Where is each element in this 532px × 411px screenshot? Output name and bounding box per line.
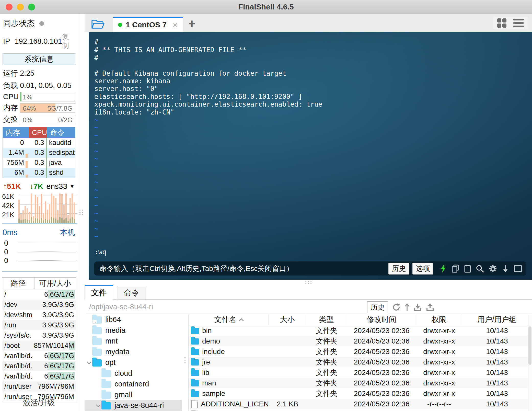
file-col-header[interactable]: 文件名 (189, 314, 269, 325)
disk-col-header[interactable]: 路径 (2, 278, 34, 289)
file-col-header[interactable]: 类型 (306, 314, 347, 325)
add-tab-button[interactable]: + (188, 18, 195, 30)
net-bar (57, 210, 59, 223)
disk-row[interactable]: /dev3.9G/3.9G (2, 300, 76, 310)
close-tab-icon[interactable]: × (173, 20, 178, 30)
file-row[interactable]: jre文件夹2024/05/23 02:36drwxr-xr-x10/143 (189, 357, 532, 367)
download-icon[interactable] (502, 265, 509, 273)
tree-item-cloud[interactable]: cloud (85, 368, 182, 379)
process-mem-cell: 1.4M (3, 148, 29, 158)
file-row[interactable]: sample文件夹2024/05/23 02:36drwxr-xr-x10/14… (189, 388, 532, 399)
disk-row[interactable]: /dev/shm3.9G/3.9G (2, 310, 76, 320)
interface-selector[interactable]: ens33 ▼ (46, 182, 75, 191)
chevron-down-icon[interactable] (85, 361, 92, 364)
search-icon[interactable] (476, 265, 484, 273)
disk-col-header[interactable]: 可用/大小 (34, 278, 76, 289)
file-table-scrollbar[interactable] (528, 314, 532, 411)
tree-item-mnt[interactable]: mnt (85, 336, 182, 346)
up-arrow-icon[interactable] (404, 303, 410, 311)
file-table-header: 文件名大小类型修改时间权限用户/用户组 (189, 314, 532, 325)
file-col-header[interactable]: 大小 (269, 314, 306, 325)
tab-commands[interactable]: 命令 (117, 287, 146, 299)
disk-row[interactable]: /var/lib/d...6.6G/17G (2, 351, 76, 361)
current-path[interactable]: /opt/java-se-8u44-ri (89, 303, 153, 311)
scrollbar-thumb[interactable] (528, 326, 531, 365)
disk-row[interactable]: /boot857M/1014M (2, 340, 76, 351)
file-cell: 10/143 (462, 336, 532, 346)
tab-files[interactable]: 文件 (85, 285, 113, 300)
download-file-icon[interactable] (414, 303, 422, 311)
lightning-icon[interactable] (440, 265, 447, 273)
process-row[interactable]: 6M0.3sshd (3, 168, 75, 178)
disk-row[interactable]: /var/lib/d...6.6G/17G (2, 361, 76, 371)
tree-item-java-se-8u44-ri[interactable]: java-se-8u44-ri (85, 400, 182, 411)
copy-ip-button[interactable]: 复制 (62, 32, 74, 50)
file-row[interactable] (189, 409, 532, 411)
file-row[interactable]: lib文件夹2024/05/23 02:36drwxr-xr-x10/143 (189, 367, 532, 378)
grid-view-icon[interactable] (497, 18, 506, 28)
folder-icon (92, 349, 102, 356)
folder-icon (92, 338, 102, 345)
file-row[interactable]: man文件夹2024/05/23 02:36drwxr-xr-x10/143 (189, 378, 532, 388)
upload-file-icon[interactable] (426, 303, 434, 311)
disk-row[interactable]: /run/user...796M/796M (2, 381, 76, 392)
path-history-button[interactable]: 历史 (367, 301, 388, 313)
copy-icon[interactable] (451, 265, 459, 273)
file-row[interactable]: bin文件夹2024/05/23 02:36drwxr-xr-x10/143 (189, 325, 532, 336)
command-input-bar[interactable]: 命令输入（双击Ctrl切换,Alt历史,Tab路径/命令,Esc关闭窗口） 历史… (94, 261, 526, 276)
tree-item-media[interactable]: media (85, 325, 182, 336)
open-connections-button[interactable] (89, 17, 107, 32)
process-row[interactable]: 00.3kauditd (3, 138, 75, 148)
history-button[interactable]: 历史 (388, 263, 409, 275)
terminal[interactable]: ## ** THIS IS AN AUTO-GENERATED FILE **#… (89, 32, 532, 280)
file-cell: 2024/05/23 02:36 (347, 357, 416, 367)
file-row[interactable]: demo文件夹2024/05/23 02:36drwxr-xr-x10/143 (189, 336, 532, 346)
download-bar (67, 221, 69, 223)
system-info-button[interactable]: 系统信息 (3, 53, 75, 65)
process-row[interactable]: 756M0.3java (3, 158, 75, 168)
sidebar-splitter[interactable] (78, 14, 85, 411)
path-bar[interactable]: /opt/java-se-8u44-ri 历史 (85, 300, 532, 314)
disk-size: 6.6G/17G (32, 361, 76, 371)
tree-splitter[interactable] (182, 314, 188, 411)
terminal-line: xpack.monitoring.ui.container.elasticsea… (94, 100, 532, 108)
file-col-header[interactable]: 权限 (416, 314, 462, 325)
process-col-header[interactable]: 内存 (3, 127, 29, 138)
disk-row[interactable]: /6.6G/17G (2, 289, 76, 300)
tree-item-gmall[interactable]: gmall (85, 389, 182, 400)
tree-item-containerd[interactable]: containerd (85, 379, 182, 389)
refresh-icon[interactable] (392, 303, 400, 311)
net-bar (72, 193, 73, 223)
download-bar (55, 219, 56, 223)
process-cmd-cell: java (47, 158, 75, 168)
close-window-button[interactable] (6, 4, 13, 10)
file-col-header[interactable]: 修改时间 (347, 314, 416, 325)
ping-target[interactable]: 本机 (60, 227, 75, 238)
paste-icon[interactable] (464, 265, 471, 273)
panel-splitter[interactable] (85, 280, 532, 285)
tree-item-opt[interactable]: opt (85, 357, 182, 368)
tree-item-lib64[interactable]: lib64 (85, 314, 182, 325)
gear-icon[interactable] (489, 264, 497, 273)
terminal-line: # ** THIS IS AN AUTO-GENERATED FILE ** (94, 46, 532, 54)
tree-item-mydata[interactable]: mydata (85, 346, 182, 357)
process-col-header[interactable]: 命令 (47, 127, 75, 138)
disk-row[interactable]: /run3.9G/3.9G (2, 320, 76, 330)
list-view-icon[interactable] (513, 19, 524, 27)
file-col-header[interactable]: 用户/用户组 (462, 314, 532, 325)
zoom-window-button[interactable] (28, 4, 35, 10)
folder-icon (191, 328, 199, 334)
tab-centos7[interactable]: 1 CentOS 7 × (113, 17, 183, 32)
window-icon[interactable] (514, 265, 522, 272)
file-row[interactable]: ADDITIONAL_LICEN...2.1 KB2024/05/23 02:3… (189, 399, 532, 409)
disk-row[interactable]: /sys/fs/c...3.9G/3.9G (2, 330, 76, 340)
disk-row[interactable]: /var/lib/d...6.6G/17G (2, 371, 76, 381)
options-button[interactable]: 选项 (412, 263, 433, 275)
activate-upgrade-link[interactable]: 激活/升级 (0, 398, 78, 408)
ping-value: 0 (2, 256, 13, 265)
chevron-down-icon[interactable] (94, 404, 101, 407)
process-row[interactable]: 1.4M0.3sedispatc (3, 148, 75, 158)
file-row[interactable]: include文件夹2024/05/23 02:36drwxr-xr-x10/1… (189, 346, 532, 357)
minimize-window-button[interactable] (17, 4, 24, 10)
process-col-header[interactable]: CPU (29, 127, 47, 138)
